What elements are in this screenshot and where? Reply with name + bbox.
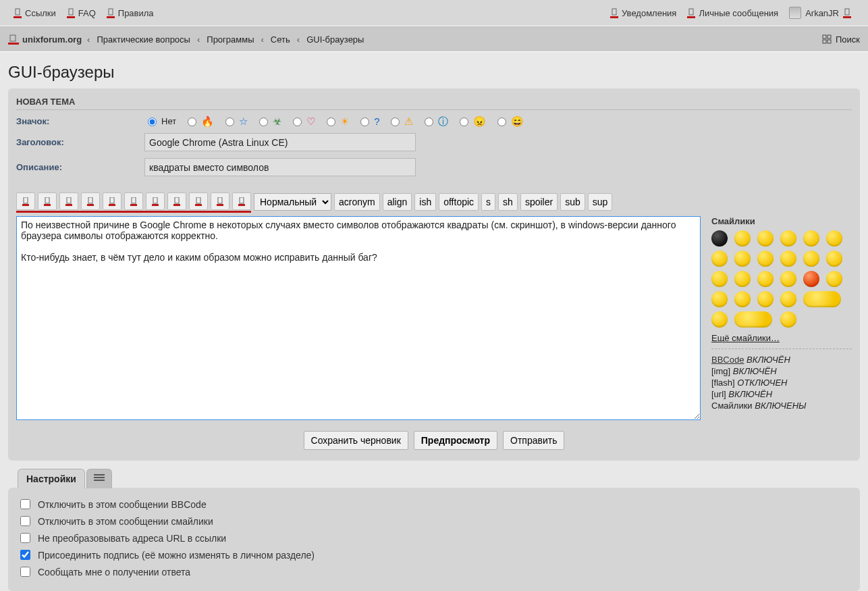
tab-attachments[interactable] bbox=[86, 469, 112, 488]
topbar-user-menu[interactable]: ArkanJR bbox=[784, 0, 860, 26]
bbcode-acronym-button[interactable]: acronym bbox=[334, 193, 380, 211]
menu-icon bbox=[94, 474, 105, 482]
format-button-9[interactable] bbox=[211, 192, 229, 210]
smiley-2[interactable] bbox=[757, 230, 774, 247]
smiley-0[interactable] bbox=[711, 230, 728, 247]
sun-icon: ☀ bbox=[340, 116, 349, 126]
format-button-6[interactable] bbox=[146, 192, 165, 210]
smiley-4[interactable] bbox=[803, 230, 819, 247]
smiley-16[interactable] bbox=[803, 271, 819, 287]
breadcrumb-home-label: unixforum.org bbox=[22, 34, 82, 45]
format-button-4[interactable] bbox=[103, 192, 121, 210]
option-disable_smilies[interactable]: Отключить в этом сообщении смайлики bbox=[18, 514, 850, 528]
preview-button[interactable]: Предпросмотр bbox=[414, 431, 497, 450]
smiley-8[interactable] bbox=[757, 251, 774, 267]
smiley-22[interactable] bbox=[803, 291, 841, 307]
description-input[interactable] bbox=[144, 158, 416, 176]
topic-icon-angry[interactable]: 😠 bbox=[456, 115, 486, 126]
topic-icon-help[interactable]: ? bbox=[357, 115, 379, 126]
format-button-1[interactable] bbox=[38, 192, 57, 210]
message-textarea[interactable] bbox=[16, 216, 701, 420]
smiley-18[interactable] bbox=[711, 291, 728, 307]
bbcode-help-link[interactable]: BBCode bbox=[711, 355, 744, 365]
format-button-10[interactable] bbox=[232, 192, 251, 210]
topic-icon-info[interactable]: ⓘ bbox=[421, 115, 448, 126]
smiley-10[interactable] bbox=[803, 251, 819, 267]
format-button-3[interactable] bbox=[81, 192, 100, 210]
smiley-14[interactable] bbox=[757, 271, 774, 287]
topbar-rules[interactable]: Правила bbox=[101, 0, 159, 26]
row-subject: Заголовок: bbox=[16, 133, 852, 151]
option-notify_reply[interactable]: Сообщать мне о получении ответа bbox=[18, 565, 850, 579]
save-draft-button[interactable]: Сохранить черновик bbox=[304, 431, 408, 450]
topic-icon-biohazard[interactable]: ☣ bbox=[256, 115, 281, 126]
search-link[interactable]: Поиск bbox=[822, 34, 860, 45]
smiley-17[interactable] bbox=[826, 271, 842, 287]
smiley-3[interactable] bbox=[780, 230, 796, 247]
placeholder-icon bbox=[107, 7, 115, 18]
placeholder-icon bbox=[22, 197, 29, 206]
topbar-pm[interactable]: Личные сообщения bbox=[682, 0, 784, 26]
topbar-links[interactable]: Ссылки bbox=[8, 0, 61, 26]
option-disable_bbcode[interactable]: Отключить в этом сообщении BBCode bbox=[18, 497, 850, 511]
more-smilies-link[interactable]: Ещё смайлики… bbox=[711, 333, 780, 343]
topic-icon-star[interactable]: ☆ bbox=[222, 115, 248, 126]
smiley-25[interactable] bbox=[780, 311, 796, 328]
topic-icon-fire[interactable]: 🔥 bbox=[184, 115, 214, 126]
topic-icon-radios: Нет🔥☆☣♡☀?⚠ⓘ😠😄 bbox=[144, 115, 524, 126]
panel-heading: НОВАЯ ТЕМА bbox=[16, 97, 852, 110]
breadcrumb-item[interactable]: Сеть bbox=[271, 34, 290, 45]
topic-icon-mrgreen[interactable]: 😄 bbox=[494, 115, 524, 126]
topic-icon-warn[interactable]: ⚠ bbox=[387, 115, 413, 126]
smiley-5[interactable] bbox=[826, 230, 842, 247]
format-button-5[interactable] bbox=[124, 192, 143, 210]
bbcode-s-button[interactable]: s bbox=[481, 193, 495, 211]
topbar-faq[interactable]: FAQ bbox=[61, 0, 101, 26]
submit-button[interactable]: Отправить bbox=[503, 431, 564, 450]
bbcode-spoiler-button[interactable]: spoiler bbox=[520, 193, 558, 211]
smiley-9[interactable] bbox=[780, 251, 796, 267]
breadcrumb-item[interactable]: Практические вопросы bbox=[97, 34, 190, 45]
option-attach_sig[interactable]: Присоединить подпись (её можно изменять … bbox=[18, 548, 850, 562]
grid-icon bbox=[822, 34, 832, 44]
breadcrumb-item[interactable]: GUI-браузеры bbox=[306, 34, 364, 45]
tab-settings[interactable]: Настройки bbox=[18, 469, 85, 488]
bbcode-sub-button[interactable]: sub bbox=[560, 193, 585, 211]
format-button-8[interactable] bbox=[189, 192, 208, 210]
bbcode-sup-button[interactable]: sup bbox=[588, 193, 613, 211]
smiley-19[interactable] bbox=[734, 291, 751, 307]
topic-icon-none[interactable]: Нет bbox=[144, 115, 176, 126]
settings-panel: Отключить в этом сообщении BBCodeОтключи… bbox=[8, 488, 860, 591]
format-button-7[interactable] bbox=[167, 192, 186, 210]
smiley-13[interactable] bbox=[734, 271, 751, 287]
smiley-24[interactable] bbox=[734, 311, 772, 328]
smiley-21[interactable] bbox=[780, 291, 796, 307]
topic-icon-sun[interactable]: ☀ bbox=[323, 115, 349, 126]
smiley-20[interactable] bbox=[757, 291, 774, 307]
placeholder-icon bbox=[173, 197, 180, 206]
bbcode-offtopic-button[interactable]: offtopic bbox=[439, 193, 479, 211]
subject-input[interactable] bbox=[144, 133, 416, 151]
breadcrumb-item[interactable]: Программы bbox=[207, 34, 254, 45]
smiley-7[interactable] bbox=[734, 251, 751, 267]
svg-rect-21 bbox=[240, 197, 244, 203]
smiley-1[interactable] bbox=[734, 230, 751, 247]
fontsize-select[interactable]: Нормальный bbox=[254, 193, 331, 211]
placeholder-icon bbox=[65, 197, 72, 206]
smiley-23[interactable] bbox=[711, 311, 728, 328]
smiley-6[interactable] bbox=[711, 251, 728, 267]
bbcode-align-button[interactable]: align bbox=[383, 193, 412, 211]
bbcode-ish-button[interactable]: ish bbox=[414, 193, 436, 211]
bbcode-sh-button[interactable]: sh bbox=[498, 193, 518, 211]
info-icon: ⓘ bbox=[438, 116, 448, 126]
option-disable_magic_url[interactable]: Не преобразовывать адреса URL в ссылки bbox=[18, 531, 850, 545]
format-button-2[interactable] bbox=[59, 192, 78, 210]
smiley-15[interactable] bbox=[780, 271, 796, 287]
svg-rect-19 bbox=[196, 197, 200, 203]
breadcrumb-home[interactable]: unixforum.org bbox=[8, 34, 82, 45]
topbar-notifications[interactable]: Уведомления bbox=[605, 0, 682, 26]
smiley-11[interactable] bbox=[826, 251, 842, 267]
format-button-0[interactable] bbox=[16, 192, 35, 210]
smiley-12[interactable] bbox=[711, 271, 728, 287]
topic-icon-heart[interactable]: ♡ bbox=[290, 115, 315, 126]
